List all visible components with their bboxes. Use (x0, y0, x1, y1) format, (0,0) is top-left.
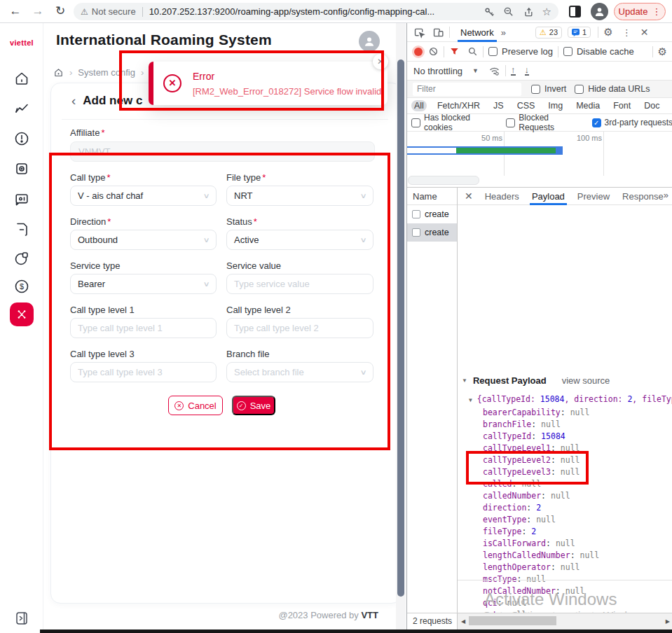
devtools-menu-icon[interactable]: ⋮ (622, 27, 631, 38)
field-control[interactable]: Active ∨ (226, 230, 373, 250)
third-party-requests-checkbox[interactable]: ✓ (592, 118, 601, 127)
scroll-left-icon[interactable]: ◀ (461, 618, 465, 625)
browser-profile-avatar[interactable] (591, 3, 608, 20)
request-type-filter[interactable]: Media (573, 100, 603, 111)
home-icon[interactable] (13, 70, 30, 87)
waterfall-bar[interactable] (407, 146, 563, 155)
close-details-icon[interactable]: ✕ (465, 190, 473, 202)
field-control[interactable]: Type service value ∨ (226, 274, 373, 294)
browser-menu-icon[interactable]: ⋮ (652, 6, 661, 17)
security-label[interactable]: Not secure (92, 6, 136, 17)
cancel-button[interactable]: ✕ Cancel (168, 396, 223, 415)
preserve-log-checkbox[interactable] (488, 47, 498, 56)
devtools-settings-icon[interactable]: ⚙ (603, 26, 612, 39)
import-har-icon[interactable]: ↑ (511, 66, 516, 76)
field-control[interactable]: NRT ∨ (226, 186, 373, 206)
network-conditions-icon[interactable] (488, 65, 500, 77)
inspect-element-icon[interactable] (413, 27, 425, 39)
not-secure-warning-icon[interactable]: ⚠ (81, 7, 88, 17)
invert-checkbox[interactable] (531, 85, 540, 94)
address-bar[interactable]: ⚠ Not secure 10.207.252.137:9200/roaming… (74, 3, 558, 20)
toast-close-icon[interactable]: ✕ (373, 54, 388, 69)
back-chevron-icon[interactable]: ‹ (71, 94, 76, 108)
key-icon[interactable] (484, 6, 495, 18)
chip-settings-icon[interactable] (13, 160, 30, 177)
overview-selection[interactable] (408, 176, 479, 185)
alert-icon[interactable] (13, 130, 30, 147)
document-icon[interactable] (13, 221, 30, 237)
warnings-badge[interactable]: ⚠ 23 (535, 27, 562, 39)
section-expander-icon[interactable]: ▼ (462, 377, 467, 384)
horizontal-scrollbar-thumb[interactable] (469, 616, 556, 625)
has-blocked-cookies-checkbox[interactable] (411, 118, 420, 127)
request-type-filter[interactable]: Img (545, 100, 565, 111)
request-type-filter[interactable]: Doc (641, 100, 662, 111)
forward-icon[interactable]: → (29, 2, 47, 20)
detail-tab[interactable]: Preview (571, 188, 616, 205)
search-icon[interactable] (467, 46, 478, 57)
field-control[interactable]: Type call type level 3 ∨ (70, 362, 217, 382)
tab-network[interactable]: Network (460, 23, 494, 42)
request-row[interactable]: create (407, 205, 457, 223)
payload-summary[interactable]: ▼ {callTypeId: 15084, direction: 2, file… (469, 394, 672, 404)
mapping-icon[interactable] (10, 302, 34, 326)
filter-icon[interactable] (449, 46, 460, 57)
field-control[interactable]: Type call type level 2 ∨ (226, 318, 373, 338)
view-source-link[interactable]: view source (562, 375, 610, 386)
more-panels-icon[interactable]: » (501, 27, 506, 38)
side-panel-icon[interactable] (569, 6, 581, 18)
chrome-update-button[interactable]: Update ⋮ (614, 3, 666, 20)
device-toolbar-icon[interactable] (432, 27, 444, 39)
breadcrumb-home-icon[interactable] (53, 67, 64, 78)
devtools-close-icon[interactable]: ✕ (640, 27, 649, 38)
page-scrollbar[interactable] (396, 23, 406, 629)
disable-cache-checkbox[interactable] (563, 47, 572, 56)
object-expander-icon[interactable]: ▼ (469, 397, 472, 403)
request-row[interactable]: create (407, 223, 457, 242)
request-type-filter[interactable]: JS (491, 100, 507, 111)
url-text[interactable]: 10.207.252.137:9200/roaming-app/system-c… (149, 6, 475, 17)
bookmark-star-icon[interactable]: ☆ (542, 6, 551, 18)
reload-icon[interactable]: ↻ (51, 2, 69, 20)
user-avatar[interactable] (359, 31, 380, 52)
detail-tab[interactable]: Headers (479, 188, 526, 205)
detail-tab[interactable]: Response (616, 188, 670, 205)
request-type-filter[interactable]: Fetch/XHR (434, 100, 483, 111)
page-scrollbar-thumb[interactable] (397, 60, 404, 597)
record-network-log-icon[interactable] (414, 48, 423, 56)
field-control[interactable]: V - ais chaf chaf ∨ (70, 186, 217, 206)
affiliate-field[interactable]: VNMVT (70, 141, 375, 162)
detail-tab[interactable]: Payload (526, 188, 571, 205)
chat-settings-icon[interactable] (13, 191, 30, 208)
network-overview[interactable]: 50 ms 100 ms (407, 132, 672, 188)
hide-data-urls-checkbox[interactable] (575, 85, 584, 94)
more-detail-tabs-icon[interactable]: » (664, 190, 668, 200)
request-type-filter[interactable]: All (411, 100, 427, 111)
filter-input[interactable] (413, 83, 521, 96)
field-control[interactable]: Select branch file ∨ (226, 362, 373, 382)
clear-network-log-icon[interactable] (428, 46, 439, 57)
save-button[interactable]: ✓ Save (232, 396, 275, 415)
throttling-dropdown-icon[interactable]: ▼ (472, 67, 479, 74)
network-settings-icon[interactable]: ⚙ (658, 46, 667, 58)
share-icon[interactable] (523, 6, 534, 18)
issues-badge[interactable]: 1 (568, 27, 591, 38)
field-control[interactable]: Bearer ∨ (70, 274, 217, 294)
request-type-filter[interactable]: CSS (514, 100, 538, 111)
back-icon[interactable]: ← (6, 2, 25, 20)
zoom-out-icon[interactable] (503, 6, 514, 18)
scroll-right-icon[interactable]: ▶ (666, 618, 670, 625)
blocked-requests-checkbox[interactable] (506, 118, 515, 127)
export-har-icon[interactable]: ↓ (525, 66, 530, 76)
horizontal-scrollbar[interactable]: ◀ ▶ (458, 613, 672, 629)
field-control[interactable]: Type call type level 1 ∨ (70, 318, 217, 338)
line-chart-icon[interactable] (13, 100, 30, 117)
throttling-select[interactable]: No throttling (413, 66, 462, 76)
breadcrumb-item[interactable]: System config (78, 67, 135, 78)
globe-icon[interactable] (13, 250, 30, 267)
request-type-filter[interactable]: Font (610, 100, 633, 111)
dollar-icon[interactable]: $ (13, 278, 30, 295)
collapse-sidebar-icon[interactable] (13, 610, 30, 627)
requests-name-header[interactable]: Name (407, 188, 457, 205)
field-control[interactable]: Outbound ∨ (70, 230, 217, 250)
